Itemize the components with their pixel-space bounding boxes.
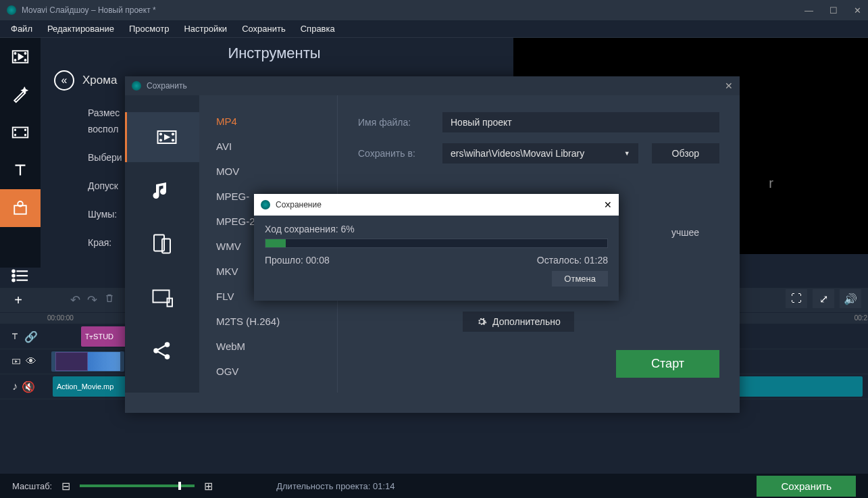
progress-label: Ход сохранения: 6% <box>265 224 608 234</box>
tab-video[interactable] <box>125 112 199 162</box>
video-clip[interactable] <box>51 351 124 372</box>
tab-tv[interactable] <box>132 272 193 322</box>
advanced-button[interactable]: Дополнительно <box>463 312 574 332</box>
delete-button[interactable] <box>104 293 115 307</box>
save-button[interactable]: Сохранить <box>757 476 856 497</box>
progress-bar <box>265 239 608 248</box>
browse-button[interactable]: Обзор <box>652 143 719 164</box>
start-button[interactable]: Старт <box>616 350 719 378</box>
progress-title: Сохранение <box>276 200 322 209</box>
music-icon: ♪ <box>12 380 18 393</box>
progress-close[interactable]: ✕ <box>604 199 612 210</box>
tool-transitions[interactable] <box>0 114 41 151</box>
svg-point-23 <box>172 139 173 141</box>
chroma-label: Хрома <box>82 74 117 87</box>
expand-icon[interactable]: ⛶ <box>786 289 807 308</box>
redo-button[interactable]: ↷ <box>87 293 97 307</box>
back-button[interactable]: « <box>54 70 74 91</box>
format-mov[interactable]: MOV <box>199 159 337 184</box>
format-webm[interactable]: WebM <box>199 334 337 359</box>
menubar: Файл Редактирование Просмотр Настройки С… <box>0 20 868 38</box>
svg-point-20 <box>159 133 161 134</box>
svg-point-10 <box>25 134 26 136</box>
panel-title: Инструменты <box>41 38 508 69</box>
tab-audio[interactable] <box>132 166 193 216</box>
cancel-button[interactable]: Отмена <box>552 271 608 287</box>
menu-edit[interactable]: Редактирование <box>47 24 114 34</box>
svg-point-9 <box>25 130 26 131</box>
titlebar-text: Movavi Слайдшоу – Новый проект * <box>22 5 805 15</box>
zoom-in-icon[interactable]: ⊞ <box>204 480 213 493</box>
svg-marker-33 <box>16 361 18 363</box>
progress-fill <box>265 239 286 247</box>
progress-icon <box>261 200 270 209</box>
quality-text: учшее <box>671 227 699 238</box>
gear-icon <box>476 316 487 327</box>
export-category-tabs <box>125 95 199 393</box>
scale-label: Масштаб: <box>12 481 52 491</box>
menu-settings[interactable]: Настройки <box>184 24 227 34</box>
undo-button[interactable]: ↶ <box>70 293 80 307</box>
svg-marker-24 <box>165 135 169 139</box>
left-toolbar <box>0 38 41 268</box>
tool-magic[interactable] <box>0 76 41 114</box>
tool-effects[interactable] <box>0 189 41 227</box>
format-avi[interactable]: AVI <box>199 134 337 159</box>
hints-list: Размес воспол Выбери Допуск Шумы: Края: <box>88 105 122 251</box>
close-button[interactable]: ✕ <box>854 5 861 16</box>
saveto-label: Сохранить в: <box>358 148 429 159</box>
svg-point-8 <box>15 134 16 136</box>
svg-point-22 <box>172 133 173 134</box>
format-ogv[interactable]: OGV <box>199 359 337 384</box>
filename-input[interactable] <box>442 112 719 132</box>
svg-point-13 <box>12 270 14 272</box>
eye-icon[interactable]: 👁 <box>26 355 36 368</box>
format-m2ts[interactable]: M2TS (H.264) <box>199 309 337 334</box>
svg-point-2 <box>15 59 16 61</box>
link-icon: 🔗 <box>24 330 38 343</box>
tab-devices[interactable] <box>132 219 193 269</box>
app-icon <box>7 5 16 15</box>
maximize-button[interactable]: ☐ <box>829 5 838 16</box>
svg-point-3 <box>25 53 26 54</box>
svg-point-30 <box>165 342 170 347</box>
svg-point-4 <box>25 59 26 61</box>
tool-list[interactable] <box>0 264 41 288</box>
menu-file[interactable]: Файл <box>11 24 32 34</box>
svg-point-31 <box>165 354 170 359</box>
minimize-button[interactable]: — <box>805 5 813 16</box>
svg-point-15 <box>12 274 14 276</box>
save-dialog-close[interactable]: ✕ <box>725 80 733 91</box>
format-mp4[interactable]: MP4 <box>199 109 337 134</box>
menu-save[interactable]: Сохранить <box>242 24 286 34</box>
svg-point-29 <box>153 348 159 353</box>
titlebar: Movavi Слайдшоу – Новый проект * — ☐ ✕ <box>0 0 868 20</box>
fullscreen-icon[interactable]: ⤢ <box>813 289 834 308</box>
bottombar: Масштаб: ⊟ ⊞ Длительность проекта: 01:14… <box>0 474 868 498</box>
svg-point-21 <box>159 139 161 141</box>
filename-label: Имя файла: <box>358 117 429 128</box>
elapsed-time: Прошло: 00:08 <box>265 255 330 266</box>
save-dialog-title: Сохранить <box>147 81 187 91</box>
menu-view[interactable]: Просмотр <box>129 24 169 34</box>
save-dialog-icon <box>132 81 141 91</box>
svg-point-7 <box>15 130 16 131</box>
svg-marker-5 <box>19 54 23 59</box>
zoom-out-icon[interactable]: ⊟ <box>61 480 70 493</box>
remaining-time: Осталось: 01:28 <box>537 255 608 266</box>
progress-dialog: Сохранение ✕ Ход сохранения: 6% Прошло: … <box>254 194 619 301</box>
svg-point-17 <box>12 279 14 281</box>
tab-share[interactable] <box>132 326 193 376</box>
volume-icon[interactable]: 🔊 <box>840 289 861 308</box>
saveto-path[interactable]: ers\wihar\Videos\Movavi Library <box>442 143 638 164</box>
mute-icon[interactable]: 🔇 <box>22 380 35 393</box>
duration-label: Длительность проекта: 01:14 <box>276 481 394 491</box>
add-track-button[interactable]: + <box>9 291 27 309</box>
tool-media[interactable] <box>0 38 41 76</box>
svg-point-1 <box>15 53 16 54</box>
preview-text: r <box>769 176 773 191</box>
scale-slider[interactable] <box>80 484 195 487</box>
menu-help[interactable]: Справка <box>301 24 335 34</box>
tool-titles[interactable] <box>0 151 41 189</box>
